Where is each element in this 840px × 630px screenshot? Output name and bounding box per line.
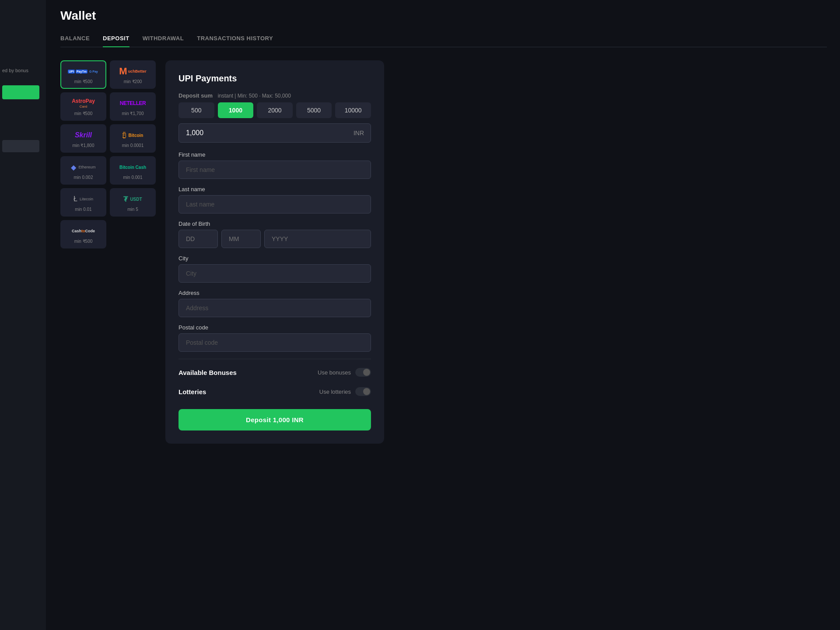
amount-buttons: 500 1000 2000 5000 10000 (178, 102, 371, 118)
address-label: Address (178, 290, 371, 296)
divider-1 (178, 359, 371, 359)
last-name-group: Last name (178, 186, 371, 214)
payment-methods-list: UPI PayTm G Pay min ₹500 M uchBetter min… (60, 60, 157, 444)
muchbetter-min: min ₹200 (124, 79, 142, 84)
amount-input[interactable] (178, 123, 371, 143)
payment-card-litecoin[interactable]: Ł Litecoin min 0.01 (60, 188, 106, 217)
address-input[interactable] (178, 299, 371, 317)
amount-input-wrapper: INR (178, 123, 371, 143)
postal-code-input[interactable] (178, 333, 371, 352)
dob-label: Date of Birth (178, 220, 371, 227)
upi-min: min ₹500 (74, 79, 93, 84)
ethereum-min: min 0.002 (74, 175, 93, 180)
payment-card-usdt[interactable]: ₮ USDT min 5 (110, 188, 156, 217)
lotteries-toggle[interactable] (355, 387, 371, 396)
deposit-button[interactable]: Deposit 1,000 INR (178, 409, 371, 430)
astropay-min: min ₹500 (74, 111, 93, 116)
bonuses-right: Use bonuses (318, 368, 371, 377)
main-content: Wallet BALANCE DEPOSIT WITHDRAWAL TRANSA… (47, 0, 840, 630)
bonuses-toggle-knob (363, 369, 370, 376)
dob-mm-input[interactable] (221, 230, 261, 248)
payment-card-bitcoin[interactable]: ₿ Bitcoin min 0.0001 (110, 124, 156, 153)
sidebar-green-button[interactable] (2, 85, 39, 99)
payment-card-skrill[interactable]: Skrill min ₹1,800 (60, 124, 106, 153)
payment-card-cashtocode[interactable]: CashtoCode min ₹500 (60, 220, 106, 248)
dob-row (178, 230, 371, 248)
first-name-group: First name (178, 151, 371, 179)
page-title: Wallet (60, 9, 827, 23)
amount-btn-2000[interactable]: 2000 (257, 102, 293, 118)
deposit-sum-info: instant | Min: 500 · Max: 50,000 (218, 93, 291, 99)
sidebar-bonus-text: ed by bonus (2, 68, 28, 73)
litecoin-min: min 0.01 (75, 207, 91, 212)
payment-card-ethereum[interactable]: ◆ Ethereum min 0.002 (60, 156, 106, 185)
amount-btn-10000[interactable]: 10000 (335, 102, 371, 118)
tab-deposit[interactable]: DEPOSIT (103, 32, 130, 47)
deposit-sum-label: Deposit sum instant | Min: 500 · Max: 50… (178, 92, 371, 99)
bonuses-toggle[interactable] (355, 368, 371, 377)
skrill-min: min ₹1,800 (73, 143, 94, 148)
use-bonuses-label: Use bonuses (318, 369, 351, 376)
usdt-min: min 5 (127, 207, 138, 212)
sidebar: ed by bonus (0, 0, 46, 630)
bonuses-label: Available Bonuses (178, 369, 237, 376)
amount-btn-1000[interactable]: 1000 (218, 102, 254, 118)
last-name-label: Last name (178, 186, 371, 192)
cashtocode-min: min ₹500 (74, 239, 93, 244)
city-label: City (178, 255, 371, 262)
lotteries-label: Lotteries (178, 388, 206, 396)
payment-row-3: Skrill min ₹1,800 ₿ Bitcoin min 0.0001 (60, 124, 157, 153)
payment-row-6: CashtoCode min ₹500 (60, 220, 157, 248)
payment-card-upi[interactable]: UPI PayTm G Pay min ₹500 (60, 60, 106, 89)
address-group: Address (178, 290, 371, 317)
tab-transactions[interactable]: TRANSACTIONS HISTORY (197, 32, 273, 47)
payment-card-astropay[interactable]: AstroPay Card min ₹500 (60, 92, 106, 121)
bitcoincash-min: min 0.001 (123, 175, 143, 180)
payment-row-1: UPI PayTm G Pay min ₹500 M uchBetter min… (60, 60, 157, 89)
use-lotteries-label: Use lotteries (319, 388, 351, 395)
payment-row-2: AstroPay Card min ₹500 NETELLER min ₹1,7… (60, 92, 157, 121)
tabs-bar: BALANCE DEPOSIT WITHDRAWAL TRANSACTIONS … (60, 32, 827, 47)
neteller-min: min ₹1,700 (122, 111, 144, 116)
content-area: UPI PayTm G Pay min ₹500 M uchBetter min… (60, 60, 827, 444)
amount-btn-500[interactable]: 500 (178, 102, 214, 118)
postal-code-group: Postal code (178, 324, 371, 352)
tab-balance[interactable]: BALANCE (60, 32, 90, 47)
payment-card-bitcoincash[interactable]: Bitcoin Cash min 0.001 (110, 156, 156, 185)
city-group: City (178, 255, 371, 283)
city-input[interactable] (178, 264, 371, 283)
bitcoin-min: min 0.0001 (122, 143, 144, 148)
payment-card-muchbetter[interactable]: M uchBetter min ₹200 (110, 60, 156, 89)
available-bonuses-row: Available Bonuses Use bonuses (178, 366, 371, 378)
first-name-label: First name (178, 151, 371, 158)
dob-dd-input[interactable] (178, 230, 218, 248)
lotteries-row: Lotteries Use lotteries (178, 385, 371, 398)
tab-withdrawal[interactable]: WITHDRAWAL (143, 32, 184, 47)
sidebar-gray-bar (2, 140, 39, 152)
currency-label: INR (354, 130, 364, 136)
form-panel: UPI Payments Deposit sum instant | Min: … (165, 60, 384, 444)
payment-card-neteller[interactable]: NETELLER min ₹1,700 (110, 92, 156, 121)
payment-row-5: Ł Litecoin min 0.01 ₮ USDT min 5 (60, 188, 157, 217)
form-title: UPI Payments (178, 74, 371, 84)
amount-btn-5000[interactable]: 5000 (296, 102, 332, 118)
dob-yyyy-input[interactable] (264, 230, 371, 248)
lotteries-toggle-knob (363, 388, 370, 395)
dob-group: Date of Birth (178, 220, 371, 248)
payment-row-4: ◆ Ethereum min 0.002 Bitcoin Cash min 0.… (60, 156, 157, 185)
lotteries-right: Use lotteries (319, 387, 371, 396)
first-name-input[interactable] (178, 161, 371, 179)
postal-code-label: Postal code (178, 324, 371, 331)
last-name-input[interactable] (178, 195, 371, 214)
